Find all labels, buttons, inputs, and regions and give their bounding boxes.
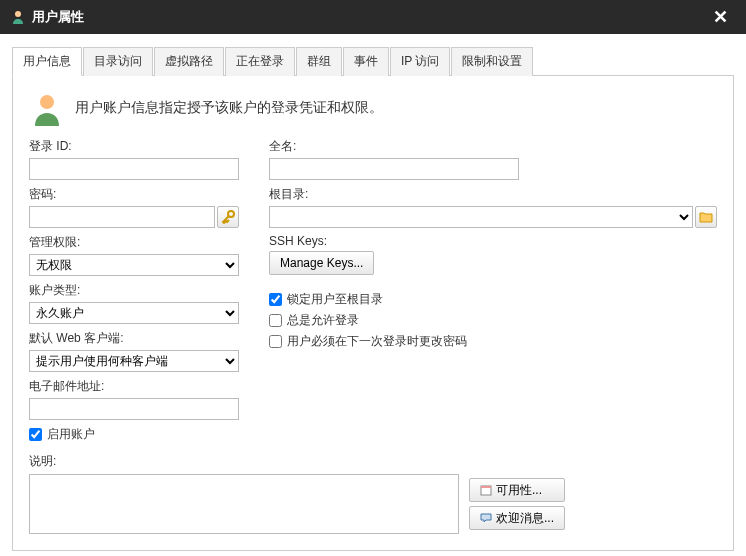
welcome-msg-button[interactable]: 欢迎消息... [469,506,565,530]
full-name-input[interactable] [269,158,519,180]
label-email: 电子邮件地址: [29,378,239,395]
admin-priv-select[interactable]: 无权限 [29,254,239,276]
password-input[interactable] [29,206,215,228]
default-web-select[interactable]: 提示用户使用何种客户端 [29,350,239,372]
tab-virtual-path[interactable]: 虚拟路径 [154,47,224,76]
tab-user-info[interactable]: 用户信息 [12,47,82,76]
label-login-id: 登录 ID: [29,138,239,155]
login-id-input[interactable] [29,158,239,180]
label-admin-priv: 管理权限: [29,234,239,251]
intro-text: 用户账户信息指定授予该账户的登录凭证和权限。 [75,99,383,117]
password-generate-button[interactable] [217,206,239,228]
tab-ip-access[interactable]: IP 访问 [390,47,450,76]
root-dir-select[interactable] [269,206,693,228]
key-icon [221,210,235,224]
folder-icon [699,210,713,224]
tab-limits[interactable]: 限制和设置 [451,47,533,76]
browse-dir-button[interactable] [695,206,717,228]
dialog-title: 用户属性 [32,8,705,26]
lock-root-label: 锁定用户至根目录 [287,291,383,308]
tab-bar: 用户信息 目录访问 虚拟路径 正在登录 群组 事件 IP 访问 限制和设置 [12,46,734,76]
tab-events[interactable]: 事件 [343,47,389,76]
label-ssh-keys: SSH Keys: [269,234,717,248]
description-textarea[interactable] [29,474,459,534]
svg-point-0 [15,11,21,17]
message-icon [480,512,492,524]
intro-section: 用户账户信息指定授予该账户的登录凭证和权限。 [29,90,717,126]
label-account-type: 账户类型: [29,282,239,299]
tab-groups[interactable]: 群组 [296,47,342,76]
user-avatar-icon [29,90,65,126]
always-allow-checkbox[interactable] [269,314,282,327]
tab-panel: 用户账户信息指定授予该账户的登录凭证和权限。 登录 ID: 密码: [12,76,734,551]
email-input[interactable] [29,398,239,420]
label-full-name: 全名: [269,138,717,155]
change-pw-next-label: 用户必须在下一次登录时更改密码 [287,333,467,350]
close-icon[interactable]: ✕ [705,2,736,32]
dialog-body: 用户信息 目录访问 虚拟路径 正在登录 群组 事件 IP 访问 限制和设置 用户… [0,34,746,556]
tab-logging-in[interactable]: 正在登录 [225,47,295,76]
calendar-icon [480,484,492,496]
svg-point-1 [40,95,54,109]
account-type-select[interactable]: 永久账户 [29,302,239,324]
manage-keys-button[interactable]: Manage Keys... [269,251,374,275]
label-default-web: 默认 Web 客户端: [29,330,239,347]
enable-account-label: 启用账户 [47,426,95,443]
tab-dir-access[interactable]: 目录访问 [83,47,153,76]
enable-account-checkbox[interactable] [29,428,42,441]
always-allow-label: 总是允许登录 [287,312,359,329]
label-root-dir: 根目录: [269,186,717,203]
lock-root-checkbox[interactable] [269,293,282,306]
change-pw-next-checkbox[interactable] [269,335,282,348]
user-icon [10,9,26,25]
label-password: 密码: [29,186,239,203]
titlebar: 用户属性 ✕ [0,0,746,34]
label-description: 说明: [29,453,717,470]
svg-rect-4 [481,486,491,488]
availability-button[interactable]: 可用性... [469,478,565,502]
